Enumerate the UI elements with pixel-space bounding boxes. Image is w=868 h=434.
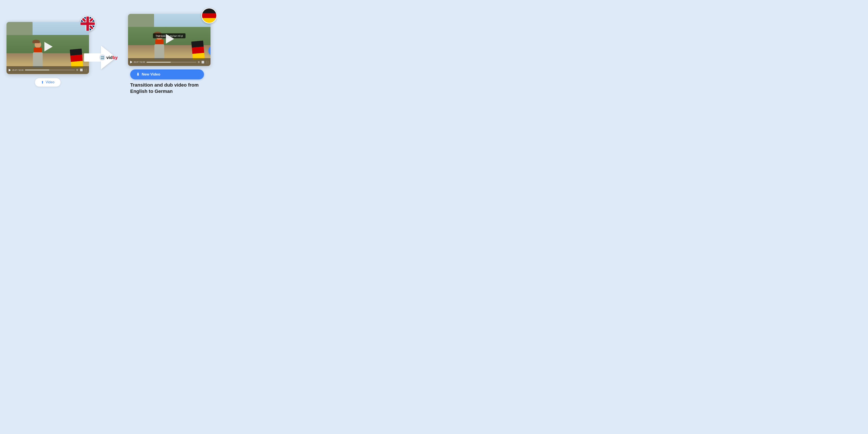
- new-video-icon: ⬇: [136, 72, 140, 77]
- left-ctrl-icons: ⚙ ⬜ ⛶: [76, 69, 87, 71]
- vidby-logo-icon: 🔤: [99, 55, 105, 61]
- vid-text: vid: [106, 55, 113, 60]
- main-container: 25:37 / 52:00 ⚙ ⬜ ⛶ ⬆ Video: [2, 2, 215, 106]
- left-play-button[interactable]: [42, 41, 54, 53]
- german-flag-in-scene: [70, 49, 83, 68]
- right-play-triangle-icon: [166, 34, 174, 43]
- left-video-player: 25:37 / 52:00 ⚙ ⬜ ⛶: [6, 22, 89, 74]
- left-time-display: 25:37 / 52:00: [12, 69, 24, 71]
- de-black-stripe: [202, 8, 216, 13]
- vidby-text: vidby: [106, 55, 118, 60]
- right-ctrl-play-icon[interactable]: [130, 61, 132, 63]
- building-bg-right: [128, 14, 154, 27]
- fullscreen-icon[interactable]: ⛶: [85, 69, 87, 71]
- left-progress-bar[interactable]: [25, 70, 75, 70]
- flag-black-stripe: [70, 49, 82, 56]
- vidby-icon-symbol: 🔤: [100, 56, 104, 59]
- person-body-right: [155, 44, 164, 59]
- new-video-label: New Video: [142, 72, 160, 76]
- right-settings-icon[interactable]: ⚙: [198, 61, 200, 64]
- right-bottom-section: ⬇ New Video Transition and dub video fro…: [130, 69, 204, 94]
- by-text: by: [113, 55, 118, 60]
- right-panel: Thật tuyệt, nhưng bạn nói gì 25:37 / 52:…: [128, 14, 211, 94]
- upload-icon: ⬆: [41, 80, 44, 85]
- upload-button-label: Video: [45, 80, 55, 84]
- right-video-wrapper: Thật tuyệt, nhưng bạn nói gì 25:37 / 52:…: [128, 14, 211, 66]
- building-bg: [6, 22, 33, 35]
- de-flag: [202, 8, 216, 23]
- arrow-section: 🔤 vidby: [89, 33, 128, 76]
- ctrl-play-icon[interactable]: [9, 69, 11, 71]
- person-body: [33, 52, 43, 67]
- german-flag-in-scene-right: [191, 40, 205, 60]
- right-video-controls: 25:37 / 52:00 ⚙ ⬜ ⛶: [128, 58, 211, 66]
- person-scarf: [34, 48, 42, 52]
- new-video-button[interactable]: ⬇ New Video: [130, 69, 204, 80]
- upload-video-button[interactable]: ⬆ Video: [35, 78, 61, 87]
- right-ctrl-icons: ⚙ ⬜ ⛶: [198, 61, 208, 64]
- flag-red-stripe: [70, 55, 83, 62]
- de-red-stripe: [202, 13, 216, 18]
- right-progress-fill: [147, 62, 171, 62]
- arrow-body: [84, 53, 101, 62]
- left-video-controls: 25:37 / 52:00 ⚙ ⬜ ⛶: [6, 66, 89, 74]
- de-flag-circle: [202, 8, 217, 24]
- person-hair: [33, 40, 40, 43]
- left-video-wrapper: 25:37 / 52:00 ⚙ ⬜ ⛶: [6, 22, 89, 74]
- settings-icon[interactable]: ⚙: [76, 69, 78, 71]
- right-time-display: 25:37 / 52:00: [134, 61, 145, 63]
- tagline: Transition and dub video from English to…: [130, 82, 204, 94]
- right-pip-icon[interactable]: ⬜: [202, 61, 205, 64]
- right-progress-bar[interactable]: [147, 62, 196, 62]
- person-figure: [33, 38, 43, 67]
- left-panel: 25:37 / 52:00 ⚙ ⬜ ⛶ ⬆ Video: [6, 22, 89, 87]
- big-arrow: 🔤 vidby: [101, 45, 116, 69]
- pip-icon[interactable]: ⬜: [80, 69, 83, 71]
- right-play-button[interactable]: [163, 33, 175, 45]
- person-scarf-right: [155, 39, 163, 44]
- left-progress-fill: [25, 70, 50, 70]
- vidby-logo: 🔤 vidby: [99, 55, 118, 61]
- right-video-player: Thật tuyệt, nhưng bạn nói gì 25:37 / 52:…: [128, 14, 211, 66]
- right-fullscreen-icon[interactable]: ⛶: [206, 61, 208, 63]
- play-triangle-icon: [44, 42, 53, 52]
